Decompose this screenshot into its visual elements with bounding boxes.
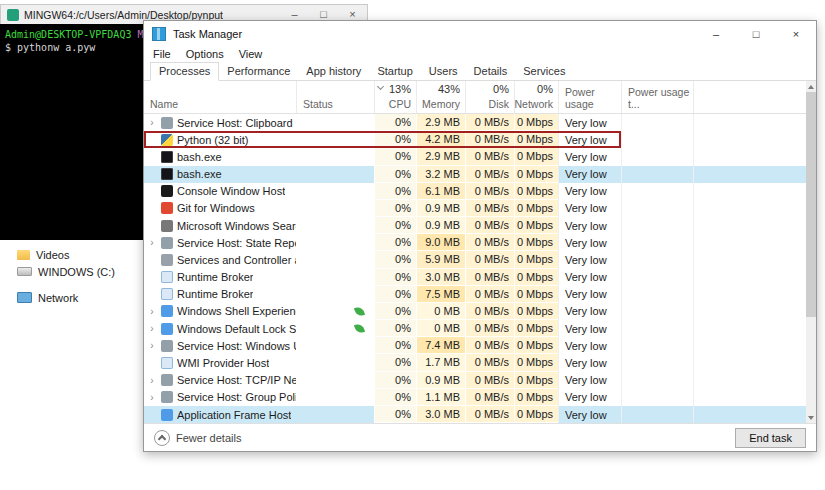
taskmanager-titlebar[interactable]: Task Manager – □ × — [144, 21, 816, 46]
column-header-name[interactable]: Name — [144, 81, 296, 113]
process-row[interactable]: Microsoft Windows Search Filte...0%0.9 M… — [144, 217, 806, 234]
cpu-cell: 0% — [374, 320, 416, 337]
process-row[interactable]: ›Windows Shell Experience Host0%0 MB0 MB… — [144, 303, 806, 320]
name-cell: Application Frame Host — [144, 406, 296, 423]
process-row[interactable]: Console Window Host0%6.1 MB0 MB/s0 MbpsV… — [144, 183, 806, 200]
tab-startup[interactable]: Startup — [369, 63, 420, 80]
network-cell: 0 Mbps — [514, 131, 558, 148]
name-cell: ›Service Host: Clipboard User Ser... — [144, 114, 296, 131]
status-cell — [296, 406, 374, 423]
scroll-up-button[interactable] — [806, 81, 816, 92]
process-name: Services and Controller app — [177, 254, 296, 266]
row-filler — [693, 131, 806, 148]
process-row[interactable]: WMI Provider Host0%1.7 MB0 MB/s0 MbpsVer… — [144, 354, 806, 371]
scroll-down-button[interactable] — [806, 412, 816, 423]
tab-app-history[interactable]: App history — [298, 63, 369, 80]
process-row[interactable]: ›Service Host: Group Policy Client0%1.1 … — [144, 389, 806, 406]
process-row[interactable]: ›Service Host: State Repository S...0%9.… — [144, 234, 806, 251]
column-header-network[interactable]: 0% Network — [514, 81, 558, 113]
row-filler — [693, 234, 806, 251]
process-row[interactable]: ›Windows Default Lock Screen0%0 MB0 MB/s… — [144, 320, 806, 337]
taskmanager-menubar: FileOptionsView — [144, 46, 816, 61]
process-row[interactable]: Git for Windows0%0.9 MB0 MB/s0 MbpsVery … — [144, 200, 806, 217]
process-row[interactable]: Services and Controller app0%5.9 MB0 MB/… — [144, 251, 806, 268]
service-host-icon — [161, 391, 173, 403]
minimize-button[interactable]: – — [696, 21, 736, 46]
tab-details[interactable]: Details — [466, 63, 516, 80]
process-row[interactable]: Runtime Broker0%7.5 MB0 MB/s0 MbpsVery l… — [144, 286, 806, 303]
header-filler — [693, 81, 806, 113]
process-name: Service Host: TCP/IP NetBIOS H... — [177, 374, 296, 386]
menu-view[interactable]: View — [239, 48, 263, 60]
column-header-disk[interactable]: 0% Disk — [465, 81, 514, 113]
explorer-item-label: Network — [38, 292, 78, 304]
process-row[interactable]: bash.exe0%2.9 MB0 MB/s0 MbpsVery low — [144, 148, 806, 165]
column-header-status[interactable]: Status — [296, 81, 374, 113]
cpu-column-label: CPU — [389, 98, 411, 110]
name-cell: Microsoft Windows Search Filte... — [144, 217, 296, 234]
close-button[interactable]: × — [776, 21, 816, 46]
memory-cell: 6.1 MB — [416, 183, 465, 200]
disk-total-percent: 0% — [493, 83, 509, 95]
network-cell: 0 Mbps — [514, 303, 558, 320]
disk-cell: 0 MB/s — [465, 131, 514, 148]
services-controller-icon — [161, 254, 173, 266]
power-usage-cell: Very low — [558, 372, 621, 389]
menu-file[interactable]: File — [153, 48, 171, 60]
network-cell: 0 Mbps — [514, 320, 558, 337]
explorer-item-network[interactable]: Network — [0, 289, 145, 306]
power-usage-trend-cell — [621, 251, 693, 268]
expand-chevron-icon[interactable]: › — [147, 375, 157, 386]
expand-chevron-icon[interactable]: › — [147, 117, 157, 128]
terminal-icon — [161, 151, 173, 163]
maximize-button[interactable]: □ — [736, 21, 776, 46]
tab-performance[interactable]: Performance — [219, 63, 298, 80]
fewer-details-button[interactable]: Fewer details — [154, 430, 241, 446]
process-row[interactable]: Runtime Broker0%3.0 MB0 MB/s0 MbpsVery l… — [144, 269, 806, 286]
name-cell: Git for Windows — [144, 200, 296, 217]
column-header-power-usage-trend[interactable]: Power usage t... — [621, 81, 693, 113]
process-row[interactable]: Application Frame Host0%3.0 MB0 MB/s0 Mb… — [144, 406, 806, 423]
network-icon — [17, 292, 32, 303]
end-task-button[interactable]: End task — [735, 428, 806, 448]
row-filler — [693, 183, 806, 200]
cpu-cell: 0% — [374, 183, 416, 200]
expand-chevron-icon[interactable]: › — [147, 306, 157, 317]
menu-options[interactable]: Options — [186, 48, 224, 60]
name-cell: ›Windows Default Lock Screen — [144, 320, 296, 337]
window-icon — [161, 305, 173, 317]
process-row[interactable]: bash.exe0%3.2 MB0 MB/s0 MbpsVery low — [144, 166, 806, 183]
column-header-power-usage[interactable]: Power usage — [558, 81, 621, 113]
tab-users[interactable]: Users — [421, 63, 466, 80]
tab-services[interactable]: Services — [515, 63, 573, 80]
process-rows: ›Service Host: Clipboard User Ser...0%2.… — [144, 114, 806, 423]
column-header-memory[interactable]: 43% Memory — [416, 81, 465, 113]
memory-cell: 3.0 MB — [416, 269, 465, 286]
chevron-up-circle-icon — [154, 430, 170, 446]
tab-processes[interactable]: Processes — [150, 62, 219, 81]
process-name: Service Host: State Repository S... — [177, 237, 296, 249]
scrollbar-thumb[interactable] — [806, 92, 816, 317]
cpu-cell: 0% — [374, 337, 416, 354]
leaf-icon — [354, 323, 365, 334]
process-row[interactable]: ›Service Host: TCP/IP NetBIOS H...0%0.9 … — [144, 372, 806, 389]
vertical-scrollbar[interactable] — [806, 81, 816, 423]
expand-chevron-icon[interactable]: › — [147, 237, 157, 248]
process-row[interactable]: Python (32 bit)0%4.2 MB0 MB/s0 MbpsVery … — [144, 131, 806, 148]
power-usage-trend-column-label: Power usage t... — [628, 86, 693, 110]
power-usage-trend-cell — [621, 183, 693, 200]
expand-chevron-icon[interactable]: › — [147, 323, 157, 334]
process-row[interactable]: ›Service Host: Clipboard User Ser...0%2.… — [144, 114, 806, 131]
column-header-cpu[interactable]: 13% CPU — [374, 81, 416, 113]
explorer-item-videos[interactable]: Videos — [0, 246, 145, 263]
explorer-item-windows-c-[interactable]: WINDOWS (C:) — [0, 263, 145, 280]
expand-chevron-icon[interactable]: › — [147, 392, 157, 403]
expand-chevron-icon[interactable]: › — [147, 340, 157, 351]
runtime-broker-icon — [161, 271, 173, 283]
power-usage-cell: Very low — [558, 183, 621, 200]
power-usage-cell: Very low — [558, 406, 621, 423]
process-row[interactable]: ›Service Host: Windows Update0%7.4 MB0 M… — [144, 337, 806, 354]
power-usage-cell: Very low — [558, 354, 621, 371]
memory-cell: 1.1 MB — [416, 389, 465, 406]
wmi-icon — [161, 357, 173, 369]
